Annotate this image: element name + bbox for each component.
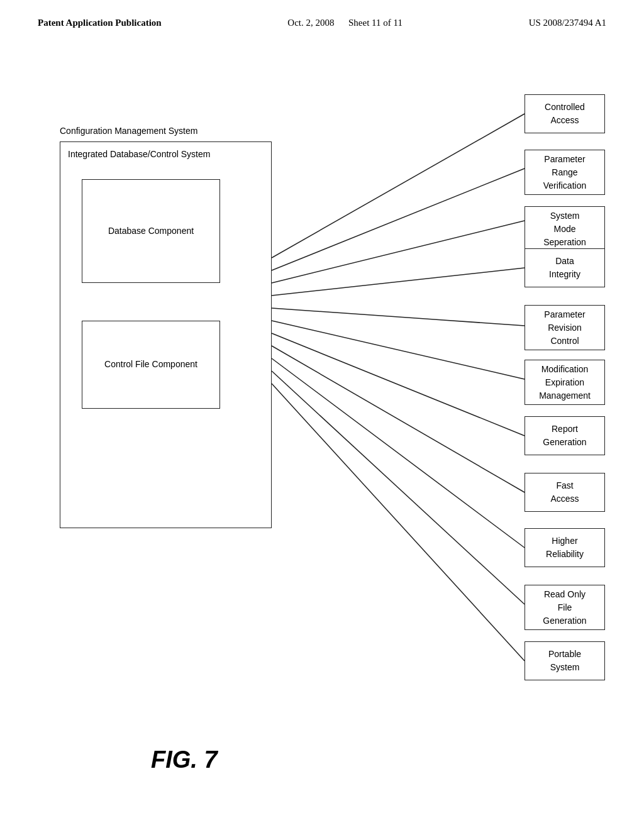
- param-range-box: ParameterRangeVerification: [525, 150, 605, 195]
- portable-text: PortableSystem: [548, 648, 581, 674]
- higher-reliability-box: HigherReliability: [525, 528, 605, 567]
- param-revision-box: ParameterRevisionControl: [525, 305, 605, 350]
- publication-label: Patent Application Publication: [38, 18, 162, 28]
- integrated-db-label: Integrated Database/Control System: [68, 148, 210, 161]
- control-file-label: Control File Component: [104, 358, 197, 371]
- svg-line-1: [272, 169, 525, 270]
- svg-line-0: [272, 114, 525, 258]
- svg-line-8: [272, 358, 525, 548]
- system-mode-box: SystemModeSeperation: [525, 206, 605, 252]
- figure-label: FIG. 7: [151, 746, 218, 773]
- database-component-label: Database Component: [108, 225, 194, 238]
- modification-box: ModificationExpirationManagement: [525, 360, 605, 405]
- svg-line-10: [272, 384, 525, 661]
- modification-text: ModificationExpirationManagement: [539, 363, 591, 402]
- portable-box: PortableSystem: [525, 641, 605, 680]
- page-header: Patent Application Publication Oct. 2, 2…: [0, 0, 644, 28]
- fast-access-box: FastAccess: [525, 473, 605, 512]
- svg-line-4: [272, 308, 525, 326]
- control-file-box: Control File Component: [82, 321, 220, 409]
- date-sheet: Oct. 2, 2008 Sheet 11 of 11: [287, 18, 402, 28]
- read-only-box: Read OnlyFileGeneration: [525, 585, 605, 630]
- higher-reliability-text: HigherReliability: [546, 534, 584, 561]
- config-mgmt-label: Configuration Management System: [60, 126, 197, 136]
- sheet-label: Sheet 11 of 11: [348, 18, 402, 28]
- controlled-access-box: ControlledAccess: [525, 94, 605, 133]
- svg-line-6: [272, 333, 525, 436]
- database-component-box: Database Component: [82, 179, 220, 283]
- data-integrity-text: DataIntegrity: [549, 255, 580, 281]
- param-range-text: ParameterRangeVerification: [543, 153, 586, 192]
- param-revision-text: ParameterRevisionControl: [544, 308, 585, 348]
- system-mode-text: SystemModeSeperation: [543, 209, 586, 249]
- data-integrity-box: DataIntegrity: [525, 248, 605, 287]
- svg-line-7: [272, 346, 525, 492]
- controlled-access-text: ControlledAccess: [545, 101, 585, 127]
- svg-line-2: [272, 221, 525, 283]
- report-gen-text: ReportGeneration: [543, 423, 586, 449]
- date-label: Oct. 2, 2008: [287, 18, 334, 28]
- svg-line-9: [272, 371, 525, 604]
- diagram-area: Configuration Management System Integrat…: [0, 69, 644, 811]
- report-gen-box: ReportGeneration: [525, 416, 605, 455]
- fast-access-text: FastAccess: [550, 479, 579, 506]
- read-only-text: Read OnlyFileGeneration: [543, 588, 586, 628]
- svg-line-5: [272, 321, 525, 379]
- svg-line-3: [272, 268, 525, 296]
- patent-number: US 2008/237494 A1: [529, 18, 606, 28]
